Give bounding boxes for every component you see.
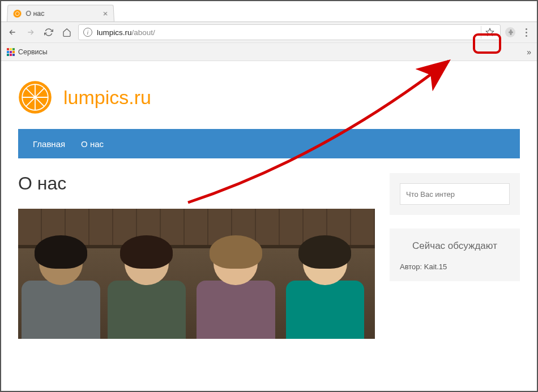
site-logo-icon [18,80,52,114]
sidebar-search-input[interactable] [400,183,510,205]
search-widget [390,173,520,215]
page-sidebar: Сейчас обсуждают Автор: Kait.15 [390,173,520,339]
site-header: lumpics.ru [1,61,537,129]
discuss-author-line: Автор: Kait.15 [400,262,510,271]
tab-strip: О нас × [1,2,537,21]
site-info-icon[interactable]: i [83,28,92,37]
discuss-widget: Сейчас обсуждают Автор: Kait.15 [390,229,520,281]
reload-button[interactable] [42,25,55,39]
address-url: lumpics.ru/about/ [97,28,155,37]
svg-marker-4 [486,28,493,36]
discuss-widget-title: Сейчас обсуждают [400,239,510,253]
home-button[interactable] [60,25,74,39]
page-heading: О нас [18,173,375,194]
nav-link-home[interactable]: Главная [33,139,65,149]
address-bar[interactable]: i lumpics.ru/about/ [78,24,501,40]
nav-link-about[interactable]: О нас [81,139,104,149]
browser-toolbar: i lumpics.ru/about/ [1,21,537,43]
tab-close-icon[interactable]: × [103,8,108,18]
apps-icon[interactable] [7,48,15,56]
page-content[interactable]: lumpics.ru Главная О нас О нас [1,61,537,391]
site-navbar: Главная О нас [18,129,520,158]
forward-button[interactable] [24,25,37,39]
site-name: lumpics.ru [63,87,151,109]
apps-link[interactable]: Сервисы [18,48,48,56]
browser-tab[interactable]: О нас × [7,5,114,21]
hero-image [18,209,375,339]
bookmarks-bar: Сервисы » [1,43,537,61]
back-button[interactable] [6,25,19,39]
bookmark-star-button[interactable] [481,26,498,38]
bookmarks-overflow-icon[interactable]: » [527,48,531,57]
tab-title: О нас [25,10,99,18]
extension-icon[interactable] [505,27,515,37]
chrome-menu-button[interactable] [520,28,532,37]
tab-favicon-icon [13,10,21,18]
